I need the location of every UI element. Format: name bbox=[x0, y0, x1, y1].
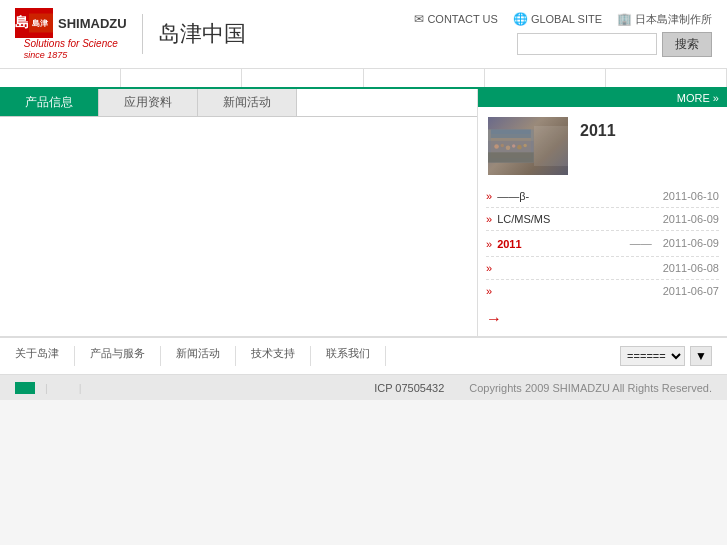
bottom-divider-1: | bbox=[45, 382, 48, 394]
news-arrow-icon-4: » bbox=[486, 262, 492, 274]
thumb-svg bbox=[488, 117, 534, 175]
footer-nav-support[interactable]: 技术支持 bbox=[236, 346, 311, 366]
shimadzu-text: SHIMADZU bbox=[58, 16, 127, 31]
news-date-1: 2011-06-10 bbox=[663, 190, 719, 202]
global-site-link[interactable]: 🌐 GLOBAL SITE bbox=[513, 12, 602, 26]
list-item: » ——β- 2011-06-10 bbox=[486, 185, 719, 208]
forward-arrow-icon[interactable]: → bbox=[486, 310, 502, 327]
right-panel: MORE » bbox=[478, 89, 727, 336]
logo-box: 島津 SHIMADZU Solutions for Science since … bbox=[15, 8, 127, 60]
more-arrow-area: → bbox=[478, 302, 727, 336]
news-year: 2011 bbox=[580, 117, 616, 140]
news-title-2[interactable]: LC/MS/MS bbox=[497, 213, 650, 225]
news-arrow-icon-5: » bbox=[486, 285, 492, 297]
logo-tagline: Solutions for Science since 1875 bbox=[24, 38, 118, 60]
building-icon: 🏢 bbox=[617, 12, 632, 26]
svg-point-5 bbox=[494, 144, 499, 149]
bottom-spacer-1 bbox=[58, 380, 69, 395]
shimadzu-icon: 島津 bbox=[15, 8, 53, 38]
news-date-3: —— 2011-06-09 bbox=[630, 236, 719, 251]
news-thumbnail bbox=[488, 117, 568, 175]
news-title-1[interactable]: ——β- bbox=[497, 190, 650, 202]
footer-nav-right: ====== ====== ▼ bbox=[620, 346, 712, 366]
bottom-divider-2: | bbox=[79, 382, 82, 394]
select-arrow-icon[interactable]: ▼ bbox=[690, 346, 712, 366]
tab-products[interactable]: 产品信息 bbox=[0, 89, 99, 116]
list-item: » 2011 —— 2011-06-09 bbox=[486, 231, 719, 257]
japan-site-link[interactable]: 🏢 日本島津制作所 bbox=[617, 12, 712, 27]
search-button[interactable]: 搜索 bbox=[662, 32, 712, 57]
email-icon: ✉ bbox=[414, 12, 424, 26]
main-content: 产品信息 应用资料 新闻活动 MORE » bbox=[0, 89, 727, 337]
footer-nav-contact[interactable]: 联系我们 bbox=[311, 346, 386, 366]
copyright-text: Copyrights 2009 SHIMADZU All Rights Rese… bbox=[469, 382, 712, 394]
footer-nav-products[interactable]: 产品与服务 bbox=[75, 346, 161, 366]
list-item: » 2011-06-08 bbox=[486, 257, 719, 280]
bottom-bar: | | ICP 07505432 Copyrights 2009 SHIMADZ… bbox=[0, 375, 727, 400]
list-item: » 2011-06-07 bbox=[486, 280, 719, 302]
left-panel: 产品信息 应用资料 新闻活动 bbox=[0, 89, 478, 336]
left-content-area bbox=[0, 117, 477, 317]
svg-point-8 bbox=[512, 144, 515, 147]
contact-us-link[interactable]: ✉ CONTACT US bbox=[414, 12, 498, 26]
tab-news[interactable]: 新闻活动 bbox=[198, 89, 297, 116]
news-date-2: 2011-06-09 bbox=[663, 213, 719, 225]
nav-divider-5 bbox=[485, 69, 606, 87]
search-input[interactable] bbox=[517, 33, 657, 55]
shimadzu-logo: 島津 SHIMADZU bbox=[15, 8, 127, 38]
news-date-5: 2011-06-07 bbox=[663, 285, 719, 297]
icp-number: ICP 07505432 bbox=[374, 382, 444, 394]
svg-point-10 bbox=[523, 144, 526, 147]
footer-nav-news[interactable]: 新闻活动 bbox=[161, 346, 236, 366]
logo-svg: 島津 bbox=[29, 8, 53, 38]
svg-rect-12 bbox=[491, 129, 531, 138]
globe-icon: 🌐 bbox=[513, 12, 528, 26]
svg-text:島津: 島津 bbox=[32, 19, 49, 28]
news-arrow-icon-3: » bbox=[486, 238, 492, 250]
header-right: ✉ CONTACT US 🌐 GLOBAL SITE 🏢 日本島津制作所 搜索 bbox=[414, 12, 712, 57]
nav-divider-6 bbox=[606, 69, 727, 87]
top-links: ✉ CONTACT US 🌐 GLOBAL SITE 🏢 日本島津制作所 bbox=[414, 12, 712, 27]
svg-rect-11 bbox=[488, 152, 534, 162]
more-button[interactable]: MORE » bbox=[478, 89, 727, 107]
green-indicator bbox=[15, 382, 35, 394]
footer-nav: 关于岛津 产品与服务 新闻活动 技术支持 联系我们 ====== ====== … bbox=[0, 337, 727, 375]
news-list: » ——β- 2011-06-10 » LC/MS/MS 2011-06-09 bbox=[478, 185, 727, 302]
tab-bar: 产品信息 应用资料 新闻活动 bbox=[0, 89, 477, 117]
news-image-area: 2011 bbox=[478, 107, 727, 185]
list-item: » LC/MS/MS 2011-06-09 bbox=[486, 208, 719, 231]
tab-applications[interactable]: 应用资料 bbox=[99, 89, 198, 116]
footer-nav-about[interactable]: 关于岛津 bbox=[15, 346, 75, 366]
svg-point-6 bbox=[501, 144, 504, 147]
language-select[interactable]: ====== ====== bbox=[620, 346, 685, 366]
logo-cn: 岛津中国 bbox=[158, 19, 246, 49]
nav-divider-1 bbox=[0, 69, 121, 87]
nav-divider-3 bbox=[242, 69, 363, 87]
news-arrow-icon-1: » bbox=[486, 190, 492, 202]
svg-point-9 bbox=[517, 145, 522, 150]
news-thumbnail-image bbox=[488, 117, 568, 175]
news-date-4: 2011-06-08 bbox=[663, 262, 719, 274]
news-arrow-icon-2: » bbox=[486, 213, 492, 225]
logo-area: 島津 SHIMADZU Solutions for Science since … bbox=[15, 8, 246, 60]
header-divider bbox=[142, 14, 143, 54]
nav-divider-4 bbox=[364, 69, 485, 87]
svg-point-7 bbox=[506, 145, 511, 150]
navbar bbox=[0, 69, 727, 89]
site-header: 島津 SHIMADZU Solutions for Science since … bbox=[0, 0, 727, 69]
news-title-3[interactable]: 2011 bbox=[497, 238, 617, 250]
search-bar: 搜索 bbox=[517, 32, 712, 57]
nav-divider-2 bbox=[121, 69, 242, 87]
